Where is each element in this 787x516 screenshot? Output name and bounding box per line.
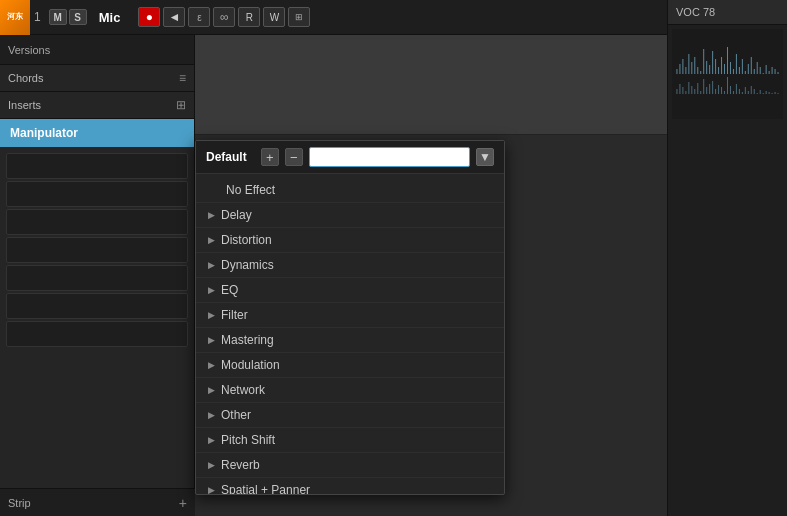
dropdown-add-button[interactable]: + <box>261 148 279 166</box>
slot-2[interactable] <box>6 181 188 207</box>
manipulator-header: Manipulator <box>0 119 194 147</box>
left-sidebar: Versions Chords ≡ Inserts ⊞ Manipulator … <box>0 35 195 516</box>
dropdown-item-3[interactable]: ▶Dynamics <box>196 253 504 278</box>
dropdown-item-label-3: Dynamics <box>221 258 274 272</box>
solo-button[interactable]: S <box>69 9 87 25</box>
chords-icon: ≡ <box>179 71 186 85</box>
dropdown-item-0[interactable]: No Effect <box>196 178 504 203</box>
dropdown-item-7[interactable]: ▶Modulation <box>196 353 504 378</box>
dropdown-item-label-0: No Effect <box>226 183 275 197</box>
track-lane[interactable] <box>195 35 667 135</box>
versions-label: Versions <box>8 44 50 56</box>
submenu-arrow-icon: ▶ <box>208 410 215 420</box>
dropdown-item-label-7: Modulation <box>221 358 280 372</box>
chords-section[interactable]: Chords ≡ <box>0 65 194 92</box>
inserts-section[interactable]: Inserts ⊞ <box>0 92 194 119</box>
dropdown-list: No Effect▶Delay▶Distortion▶Dynamics▶EQ▶F… <box>196 174 504 494</box>
dropdown-item-label-5: Filter <box>221 308 248 322</box>
dropdown-item-label-10: Pitch Shift <box>221 433 275 447</box>
submenu-arrow-icon: ▶ <box>208 460 215 470</box>
dropdown-item-label-8: Network <box>221 383 265 397</box>
submenu-arrow-icon: ▶ <box>208 210 215 220</box>
dropdown-item-label-1: Delay <box>221 208 252 222</box>
transport-controls: ● ◄ ε ∞ R W ⊞ <box>138 7 310 27</box>
dropdown-item-12[interactable]: ▶Spatial + Panner <box>196 478 504 494</box>
submenu-arrow-icon: ▶ <box>208 260 215 270</box>
strip-add-icon[interactable]: + <box>179 495 187 511</box>
slot-list <box>0 147 194 353</box>
dropdown-item-1[interactable]: ▶Delay <box>196 203 504 228</box>
submenu-arrow-icon: ▶ <box>208 385 215 395</box>
submenu-arrow-icon: ▶ <box>208 310 215 320</box>
dropdown-item-8[interactable]: ▶Network <box>196 378 504 403</box>
slot-4[interactable] <box>6 237 188 263</box>
dropdown-item-2[interactable]: ▶Distortion <box>196 228 504 253</box>
submenu-arrow-icon: ▶ <box>208 335 215 345</box>
submenu-arrow-icon: ▶ <box>208 285 215 295</box>
play-back-button[interactable]: ◄ <box>163 7 185 27</box>
infinity-button[interactable]: ∞ <box>213 7 235 27</box>
dropdown-item-9[interactable]: ▶Other <box>196 403 504 428</box>
dropdown-item-label-11: Reverb <box>221 458 260 472</box>
read-button[interactable]: R <box>238 7 260 27</box>
right-panel-title-text: VOC 78 <box>676 6 715 18</box>
slot-6[interactable] <box>6 293 188 319</box>
slot-7[interactable] <box>6 321 188 347</box>
track-name-label: Mic <box>99 10 121 25</box>
dropdown-item-4[interactable]: ▶EQ <box>196 278 504 303</box>
submenu-arrow-icon: ▶ <box>208 235 215 245</box>
waveform-display <box>672 29 783 119</box>
write-button[interactable]: W <box>263 7 285 27</box>
dropdown-item-5[interactable]: ▶Filter <box>196 303 504 328</box>
right-panel-title: VOC 78 <box>668 0 787 25</box>
slot-3[interactable] <box>6 209 188 235</box>
dropdown-item-6[interactable]: ▶Mastering <box>196 328 504 353</box>
track-number: 1 <box>34 10 41 24</box>
right-panel: VOC 78 <box>667 0 787 516</box>
dropdown-title: Default <box>206 150 247 164</box>
dropdown-search-input[interactable] <box>309 147 470 167</box>
submenu-arrow-icon: ▶ <box>208 485 215 494</box>
record-button[interactable]: ● <box>138 7 160 27</box>
track-buttons: M S <box>49 9 87 25</box>
submenu-arrow-icon: ▶ <box>208 360 215 370</box>
dropdown-item-label-4: EQ <box>221 283 238 297</box>
inserts-icon: ⊞ <box>176 98 186 112</box>
slot-5[interactable] <box>6 265 188 291</box>
dropdown-item-10[interactable]: ▶Pitch Shift <box>196 428 504 453</box>
loop-button[interactable]: ε <box>188 7 210 27</box>
dropdown-item-label-2: Distortion <box>221 233 272 247</box>
dropdown-item-label-6: Mastering <box>221 333 274 347</box>
strip-bar: Strip + <box>0 488 195 516</box>
submenu-arrow-icon: ▶ <box>208 435 215 445</box>
dropdown-header: Default + − ▼ <box>196 141 504 174</box>
dropdown-popup: Default + − ▼ No Effect▶Delay▶Distortion… <box>195 140 505 495</box>
inserts-label: Inserts <box>8 99 41 111</box>
dropdown-arrow-icon[interactable]: ▼ <box>476 148 494 166</box>
waveform-svg <box>672 29 783 119</box>
chords-label: Chords <box>8 72 43 84</box>
manipulator-label: Manipulator <box>10 126 78 140</box>
dropdown-item-label-12: Spatial + Panner <box>221 483 310 494</box>
logo: 河东 <box>0 0 30 35</box>
dropdown-item-11[interactable]: ▶Reverb <box>196 453 504 478</box>
dropdown-minus-button[interactable]: − <box>285 148 303 166</box>
slot-1[interactable] <box>6 153 188 179</box>
dropdown-item-label-9: Other <box>221 408 251 422</box>
versions-bar[interactable]: Versions <box>0 35 194 65</box>
monitor-button[interactable]: ⊞ <box>288 7 310 27</box>
strip-label: Strip <box>8 497 31 509</box>
mute-button[interactable]: M <box>49 9 67 25</box>
